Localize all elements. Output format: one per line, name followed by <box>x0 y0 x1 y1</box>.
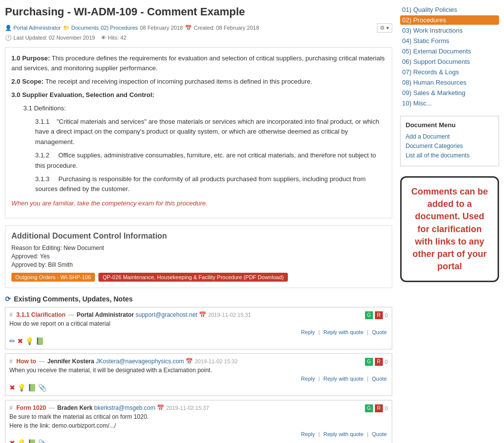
sidebar-item-support: 06) Support Documents <box>400 57 499 66</box>
meta-section-link[interactable]: Documents <box>71 25 99 31</box>
comment-1-body: How do we report on a critical material <box>9 320 388 327</box>
comment-2-author: Jennifer Kostera <box>47 358 94 365</box>
section2-text: The receipt and receiving inspection of … <box>45 78 312 85</box>
doc-menu-add: Add a Document <box>406 133 494 140</box>
delete-icon-2[interactable]: ✖ <box>9 384 15 392</box>
meta-category: 02) Procedures <box>101 25 138 31</box>
book-icon[interactable]: 📗 <box>36 337 44 345</box>
comment-2-body: When you receive the material, it will b… <box>9 367 388 374</box>
comment-1-date: 2019-11-02 15:31 <box>208 312 251 318</box>
sidebar-link-support[interactable]: 06) Support Documents <box>400 57 499 66</box>
comment-1-quote[interactable]: Quote <box>372 329 387 335</box>
comment-2-reply-quote[interactable]: Reply with quote <box>323 376 364 382</box>
sidebar-link-work-inst[interactable]: 03) Work Instructions <box>400 26 499 35</box>
callout-text: Comments can be added to a document. Use… <box>411 187 488 271</box>
tag-outgoing[interactable]: Outgoing Orders - WI-SHP-106 <box>11 273 95 282</box>
book-icon-2[interactable]: 📗 <box>28 384 36 392</box>
comment-3-email[interactable]: bkerkstra@msgeb.com <box>94 404 155 411</box>
comment-2-email[interactable]: JKostera@naevageophysics.com <box>96 358 184 365</box>
sidebar-link-procedures[interactable]: 02) Procedures <box>400 15 499 25</box>
settings-icon[interactable]: ⚙ ▾ <box>377 23 392 33</box>
comment-3-reply-quote[interactable]: Reply with quote <box>323 431 364 437</box>
comment-1-reply[interactable]: Reply <box>301 329 315 335</box>
sidebar-item-records: 07) Records & Logs <box>400 67 499 77</box>
add-document-link[interactable]: Add a Document <box>406 133 450 140</box>
section313: 3.1.3 Purchasing is responsible for the … <box>35 174 386 195</box>
comment-3-green-icon: G <box>365 404 373 412</box>
delete-icon-3[interactable]: ✖ <box>9 439 15 443</box>
sidebar-link-sales[interactable]: 09) Sales & Marketing <box>400 88 499 98</box>
comment-2-quote[interactable]: Quote <box>372 376 387 382</box>
comment-2-date: 2019-11-02 15:32 <box>195 358 238 364</box>
sidebar-item-work-inst: 03) Work Instructions <box>400 26 499 35</box>
delete-icon[interactable]: ✖ <box>17 337 23 345</box>
comment-2-header: # How to — Jennifer Kostera JKostera@nae… <box>9 358 388 365</box>
doc-menu-list-all: List all of the documents <box>406 151 494 159</box>
sidebar-nav: 01) Quality Policies 02) Procedures 03) … <box>400 5 499 108</box>
section2: 2.0 Scope: The receipt and receiving ins… <box>11 77 386 87</box>
bulb-icon[interactable]: 💡 <box>25 337 34 345</box>
bulb-icon-2[interactable]: 💡 <box>17 384 26 392</box>
sidebar-link-static-forms[interactable]: 04) Static Forms <box>400 36 499 46</box>
comments-header: ⟳ Existing Comments, Updates, Notes <box>5 295 392 303</box>
sidebar-link-records[interactable]: 07) Records & Logs <box>400 67 499 77</box>
comment-2-reply[interactable]: Reply <box>301 376 315 382</box>
comment-3-header: # Form 1020 — Braden Kerk bkerkstra@msge… <box>9 404 388 411</box>
callout-box: Comments can be added to a document. Use… <box>400 176 499 282</box>
sidebar-link-misc[interactable]: 10) Misc... <box>400 98 499 108</box>
meta-bar: 👤 Portal Administrator 📁 Documents 02) P… <box>5 23 392 33</box>
sidebar-item-misc: 10) Misc... <box>400 98 499 108</box>
section31: 3.1 Definitions: <box>23 103 386 114</box>
page-title: Purchasing - WI-ADM-109 - Comment Exampl… <box>5 5 392 19</box>
sidebar-link-quality[interactable]: 01) Quality Policies <box>400 5 499 14</box>
doc-approved-by: Approved by: Bill Smith <box>11 261 386 268</box>
comment-2-title: How to <box>16 358 36 365</box>
sidebar-item-static-forms: 04) Static Forms <box>400 36 499 46</box>
comment-3-title: Form 1020 <box>16 404 46 411</box>
sidebar-link-external[interactable]: 05) External Documents <box>400 47 499 56</box>
comment-3-count: G R 0 <box>365 404 388 412</box>
comment-1-actions: Reply | Reply with quote | Quote <box>9 329 388 335</box>
meta-bar2: 🕐 Last Updated: 02 November 2019 👁 Hits:… <box>5 35 392 41</box>
sidebar-link-hr[interactable]: 08) Human Resources <box>400 78 499 87</box>
bulb-icon-3[interactable]: 💡 <box>17 439 26 443</box>
meta-author-link[interactable]: Portal Administrator <box>13 25 61 31</box>
attach-icon-2[interactable]: 📎 <box>38 384 46 392</box>
comment-1-author: Portal Administrator <box>77 311 134 318</box>
tag-qp[interactable]: QP-026 Maintenance, Housekeeping & Facil… <box>98 273 287 282</box>
section1-text: This procedure defines the requirements … <box>11 54 385 72</box>
list-all-documents-link[interactable]: List all of the documents <box>406 152 469 159</box>
comment-3-actions: Reply | Reply with quote | Quote <box>9 431 388 437</box>
meta-created: Created: 08 February 2018 <box>194 25 259 31</box>
book-icon-3[interactable]: 📗 <box>28 439 36 443</box>
comment-3-reply[interactable]: Reply <box>301 431 315 437</box>
comment-3-body2: Here is the link: demo.ourbizport.com/..… <box>9 422 388 429</box>
comment-1-tools: ✏ ✖ 💡 📗 <box>9 337 388 345</box>
edit-icon[interactable]: ✏ <box>9 337 15 345</box>
comment-3-quote[interactable]: Quote <box>372 431 387 437</box>
comment-1-reply-quote[interactable]: Reply with quote <box>323 329 364 335</box>
eye-icon: 👁 <box>101 35 106 41</box>
meta-author: 👤 Portal Administrator <box>5 25 61 31</box>
comment-1-title: 3.1.1 Clarification <box>16 311 65 318</box>
meta-date: 08 February 2018 <box>140 25 183 31</box>
comment-3-date: 2019-11-02 15:37 <box>166 405 209 411</box>
comment-3-author: Braden Kerk <box>57 404 92 411</box>
section1: 1.0 Purpose: This procedure defines the … <box>11 53 386 74</box>
sidebar-item-hr: 08) Human Resources <box>400 78 499 87</box>
comment-2-actions: Reply | Reply with quote | Quote <box>9 376 388 382</box>
doc-approved: Approved: Yes <box>11 253 386 260</box>
section312: 3.1.2 Office supplies, administrative co… <box>35 150 386 171</box>
document-categories-link[interactable]: Document Categories <box>406 143 463 149</box>
doc-menu-categories: Document Categories <box>406 142 494 149</box>
comment-1-email[interactable]: support@gracehost.net <box>136 311 197 318</box>
main-content: Purchasing - WI-ADM-109 - Comment Exampl… <box>5 5 392 443</box>
comment-3-body: Be sure to mark the material as critical… <box>9 413 388 420</box>
comment-1-green-icon: G <box>365 311 373 319</box>
doc-tags: Outgoing Orders - WI-SHP-106 QP-026 Main… <box>11 270 386 282</box>
attach-icon-3[interactable]: 📎 <box>38 439 46 443</box>
comment-item-3: # Form 1020 — Braden Kerk bkerkstra@msge… <box>5 400 392 443</box>
comments-heading: Existing Comments, Updates, Notes <box>14 295 133 303</box>
meta-category-link[interactable]: 02) Procedures <box>101 25 138 31</box>
section2-label: 2.0 Scope: <box>11 78 44 85</box>
